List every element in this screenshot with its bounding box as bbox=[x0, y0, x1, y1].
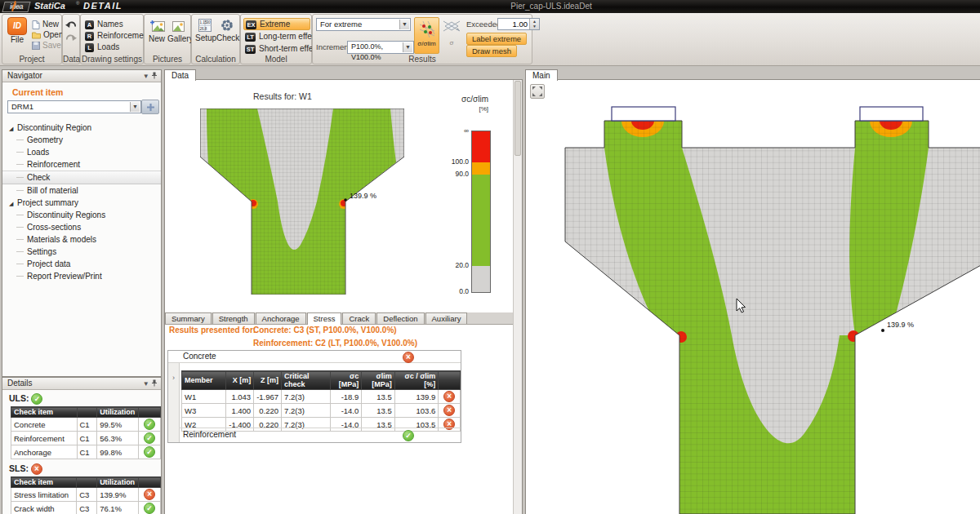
undo-icon[interactable] bbox=[65, 21, 77, 30]
redo-icon[interactable] bbox=[65, 34, 77, 43]
sigma-c-cell: -14.0 bbox=[330, 404, 362, 418]
pass-icon bbox=[144, 432, 155, 444]
long-term-icon: LT bbox=[245, 33, 256, 42]
details-header[interactable]: Details ▼ bbox=[2, 378, 161, 390]
extreme-toggle[interactable]: EXExtreme bbox=[243, 18, 310, 30]
tab-main[interactable]: Main bbox=[525, 69, 558, 81]
navigator-content: Current item DRM1▼ ◢Discontinuity Region… bbox=[2, 82, 161, 282]
app-window: idea StatiCa ® DETAIL Pier_cap-ULS.ideaD… bbox=[0, 0, 980, 514]
nav-node-project-summary[interactable]: ◢Project summary bbox=[2, 197, 161, 209]
navigator-header[interactable]: Navigator ▼ bbox=[2, 70, 161, 82]
short-term-toggle[interactable]: STShort-term effect bbox=[245, 44, 319, 54]
reinforcement-toggle[interactable]: RReinforcement bbox=[85, 31, 150, 41]
node-label: Project data bbox=[27, 259, 70, 268]
spinner-arrows[interactable]: ▲▼ bbox=[529, 19, 539, 29]
expander-icon[interactable]: ◢ bbox=[9, 122, 17, 135]
ribbon-group-pictures: New Gallery Pictures bbox=[144, 14, 191, 64]
names-toggle[interactable]: ANames bbox=[85, 20, 123, 29]
drm-mesh-preview[interactable]: 139.9 % bbox=[200, 109, 404, 295]
nav-item-materials-models[interactable]: Materials & models bbox=[2, 233, 161, 246]
scale-tick-90: 90.0 bbox=[439, 170, 469, 178]
reinforcement-group-row[interactable]: Reinforcement bbox=[179, 428, 461, 441]
pass-icon bbox=[144, 419, 155, 430]
x-cell: 1.043 bbox=[226, 390, 254, 404]
table-row[interactable]: Crack widthC376.1% bbox=[11, 502, 161, 514]
open-button[interactable]: Open bbox=[32, 30, 63, 39]
scrollbar-thumb[interactable] bbox=[514, 81, 521, 156]
vertical-scrollbar[interactable] bbox=[513, 80, 522, 514]
nav-item-report-preview-print[interactable]: Report Preview/Print bbox=[2, 270, 161, 282]
nav-item-loads[interactable]: Loads bbox=[2, 146, 161, 158]
nav-item-check[interactable]: Check bbox=[2, 171, 161, 184]
tab-deflection[interactable]: Deflection bbox=[376, 312, 424, 324]
table-row[interactable]: ConcreteC199.5% bbox=[11, 418, 161, 432]
table-row[interactable]: W11.043-1.9677.2(3)-18.913.5139.9 bbox=[182, 390, 461, 404]
nav-item-discontinuity-regions[interactable]: Discontinuity Regions bbox=[2, 209, 161, 221]
row-selector-strip[interactable]: › bbox=[168, 362, 180, 442]
ribbon-group-data: Data bbox=[62, 14, 80, 64]
expander-icon[interactable]: ◢ bbox=[9, 197, 17, 210]
check-button[interactable]: Check bbox=[216, 19, 238, 42]
pin-icon[interactable] bbox=[151, 72, 158, 79]
file-button[interactable]: ID File bbox=[7, 17, 28, 44]
loads-toggle[interactable]: LLoads bbox=[85, 42, 119, 52]
check-item-name: Reinforcement bbox=[11, 432, 78, 445]
table-row[interactable]: W31.4000.2207.2(3)-14.013.5103.6 bbox=[182, 404, 461, 418]
increment-select[interactable]: P100.0%, V100.0%▼ bbox=[347, 41, 414, 54]
col-critical-check: Critical check bbox=[282, 371, 331, 390]
ribbon-group-drawing-settings: ANames RReinforcement LLoads Drawing set… bbox=[80, 14, 144, 64]
save-button[interactable]: Save bbox=[32, 41, 61, 50]
table-row[interactable]: AnchorageC199.8% bbox=[11, 445, 161, 459]
table-row[interactable]: Stress limitationC3139.9% bbox=[11, 488, 161, 502]
collapse-chevron-icon[interactable]: ▼ bbox=[143, 380, 149, 388]
sls-label: SLS: bbox=[9, 463, 29, 473]
main-mesh-view[interactable]: 139.9 % bbox=[526, 80, 980, 514]
gallery-button[interactable]: Gallery bbox=[167, 20, 189, 43]
tab-strength[interactable]: Strength bbox=[212, 312, 255, 324]
nav-node-discontinuity-region[interactable]: ◢Discontinuity Region bbox=[2, 122, 161, 134]
extreme-type-select[interactable]: For extreme▼ bbox=[316, 18, 411, 31]
uls-status-row: ULS: bbox=[2, 390, 161, 405]
tab-label: Deflection bbox=[383, 314, 417, 323]
nav-item-geometry[interactable]: Geometry bbox=[2, 134, 161, 146]
utilization-value: 139.9% bbox=[97, 488, 139, 502]
file-label: File bbox=[11, 35, 24, 44]
current-item-select[interactable]: DRM1▼ bbox=[7, 100, 141, 113]
tab-crack[interactable]: Crack bbox=[342, 312, 376, 324]
tab-summary[interactable]: Summary bbox=[165, 312, 212, 324]
pin-icon[interactable] bbox=[151, 379, 158, 387]
new-project-button[interactable]: New bbox=[32, 20, 59, 29]
collapse-chevron-icon[interactable]: ▼ bbox=[143, 73, 149, 80]
tab-data[interactable]: Data bbox=[164, 69, 196, 81]
setup-button[interactable]: 1.153026.8 Setup bbox=[195, 19, 215, 42]
scale-gray-segment bbox=[472, 266, 490, 292]
nav-item-bill-of-material[interactable]: Bill of material bbox=[2, 184, 161, 197]
nav-item-project-data[interactable]: Project data bbox=[2, 258, 161, 270]
extreme-type-value: For extreme bbox=[320, 20, 362, 29]
tab-anchorage[interactable]: Anchorage bbox=[256, 312, 306, 324]
increment-label: Increment bbox=[316, 42, 350, 51]
presented-concrete: Concrete: C3 (ST, P100.0%, V100.0%) bbox=[253, 326, 397, 335]
nav-item-reinforcement[interactable]: Reinforcement bbox=[2, 158, 161, 171]
tab-stress[interactable]: Stress bbox=[307, 312, 342, 325]
short-term-label: Short-term effect bbox=[259, 44, 319, 53]
sigma-label: σ bbox=[441, 40, 462, 47]
exceeded-scale-input[interactable]: 1.00▲▼ bbox=[497, 18, 540, 30]
nav-item-cross-sections[interactable]: Cross-sections bbox=[2, 221, 161, 233]
bearing-plate-right bbox=[860, 107, 923, 121]
label-extreme-toggle[interactable]: Label extreme bbox=[466, 33, 527, 45]
tab-auxiliary[interactable]: Auxiliary bbox=[425, 312, 468, 324]
label-extreme-label: Label extreme bbox=[472, 34, 521, 43]
long-term-toggle[interactable]: LTLong-term effect bbox=[245, 32, 318, 42]
picture-new-button[interactable]: New bbox=[148, 20, 166, 43]
chevron-down-icon: ▼ bbox=[399, 20, 409, 29]
results-group-label: Results bbox=[313, 55, 532, 64]
table-row[interactable]: ReinforcementC156.3% bbox=[11, 432, 161, 445]
sigma-toggle[interactable]: σ bbox=[441, 17, 462, 52]
nav-item-settings[interactable]: Settings bbox=[2, 246, 161, 258]
fit-to-view-button[interactable] bbox=[530, 84, 545, 99]
scale-tick-inf: ∞ bbox=[439, 126, 469, 135]
concrete-group-row[interactable]: Concrete bbox=[168, 351, 461, 363]
navigate-button[interactable] bbox=[141, 100, 159, 114]
sigma-lim-toggle[interactable]: σ/σlim bbox=[414, 17, 439, 54]
